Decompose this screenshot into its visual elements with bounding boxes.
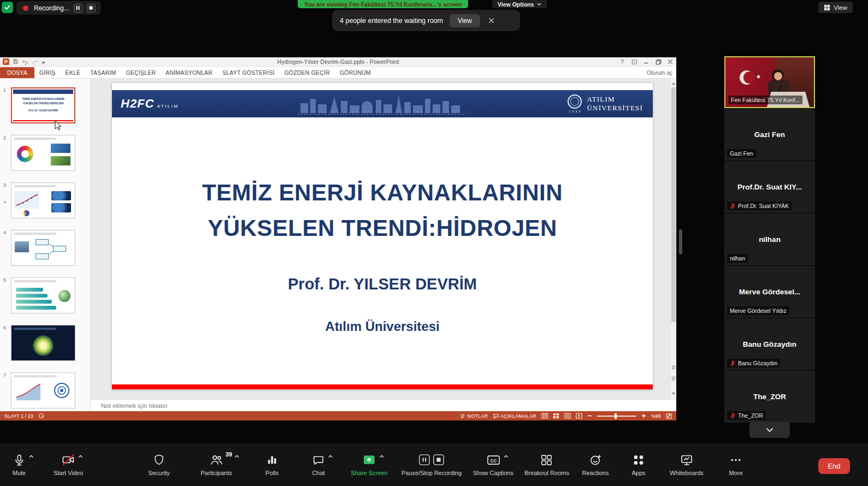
pause-recording-icon[interactable] [74,4,82,13]
video-tile-participant[interactable]: Merve Gördesel... Merve Gördesel Yıldız [724,266,815,318]
tab-giris[interactable]: GİRİŞ [34,67,61,78]
slide-thumbnail-5[interactable] [11,277,75,313]
slide-number: 1 [3,87,6,93]
video-tile-participant[interactable]: nilhan nilhan [724,214,815,265]
view-layout-button[interactable]: View [818,2,853,13]
tab-gecisler[interactable]: GEÇİŞLER [121,67,161,78]
notes-toggle-button[interactable]: NOTLAR [460,413,488,419]
slide-sorter-view-icon[interactable] [553,413,559,419]
slide-affiliation[interactable]: Atılım Üniversitesi [112,319,653,334]
slide-title[interactable]: TEMİZ ENERJİ KAYNAKLARININ YÜKSELEN TREN… [112,175,653,246]
reading-view-icon[interactable] [564,413,571,419]
whiteboards-button[interactable]: Whiteboards [670,453,704,476]
slide-thumbnail-4[interactable] [11,230,75,266]
pause-stop-recording-button[interactable]: Pause/Stop Recording [401,453,462,476]
video-tile-participant[interactable]: The_ZOR The_ZOR [724,371,815,423]
tab-tasarim[interactable]: TASARIM [85,67,121,78]
normal-view-icon[interactable] [541,413,548,419]
help-icon[interactable]: ? [616,57,628,66]
video-tile-participant[interactable]: Gazi Fen Gazi Fen [724,109,815,161]
shared-screen-scrollbar[interactable] [679,229,682,254]
slide-thumbnail-3[interactable] [11,182,75,218]
pause-recording-icon [418,454,430,466]
show-captions-button[interactable]: CC Show Captions [473,453,513,476]
participants-button[interactable]: 39 Participants [200,453,232,476]
zoom-out-icon[interactable] [587,413,592,418]
muted-mic-icon [730,203,736,209]
scroll-up-icon[interactable] [670,80,677,87]
reactions-button[interactable]: Reactions [582,453,609,476]
view-options-button[interactable]: View Options [492,0,547,8]
restore-icon[interactable] [652,57,664,66]
video-tile-participant[interactable]: Prof.Dr. Suat KIY... Prof.Dr. Suat KIYAK [724,161,815,213]
sign-in-link[interactable]: Oturum aç [647,67,672,79]
start-video-button[interactable]: Start Video [54,453,83,476]
chevron-up-icon[interactable] [29,454,34,458]
slide-header-band: H2FC ATILIM [112,90,653,117]
more-button[interactable]: More [729,453,742,476]
chat-icon [312,454,325,466]
scrollbar-thumb[interactable] [671,87,676,322]
slide-thumbnail-6[interactable] [11,325,75,361]
video-tile-speaker[interactable]: Fen Fakültesi 75.Yıl Konf... [724,56,815,108]
tab-gozden-gecir[interactable]: GÖZDEN GEÇİR [279,67,335,78]
slide-scrollbar[interactable] [670,79,676,399]
next-slide-icon[interactable] [670,375,677,382]
security-button[interactable]: Security [148,453,170,476]
stop-recording-icon[interactable] [87,4,96,13]
chevron-up-icon[interactable] [78,454,83,458]
ppt-status-bar: SLAYT 1 / 23 NOTLAR AÇIKLAMALAR %96 [0,411,676,420]
collapse-strip-button[interactable] [749,422,790,438]
scroll-down-icon[interactable] [670,390,677,397]
tab-dosya[interactable]: DOSYA [0,67,34,78]
end-meeting-button[interactable]: End [818,458,850,474]
chevron-up-icon[interactable] [234,454,239,458]
mute-button[interactable]: Mute [13,453,26,476]
toast-view-button[interactable]: View [450,14,480,27]
tab-gorunum[interactable]: GÖRÜNÜM [335,67,376,78]
slide-1[interactable]: H2FC ATILIM [111,82,653,390]
zoom-in-icon[interactable] [641,413,646,418]
polls-button[interactable]: Polls [265,453,279,476]
security-shield-icon[interactable] [2,2,13,13]
apps-button[interactable]: Apps [631,453,645,476]
chevron-up-icon[interactable] [504,454,509,458]
fit-to-window-icon[interactable] [666,413,672,419]
slide-canvas[interactable]: H2FC ATILIM [91,79,676,399]
tab-animasyonlar[interactable]: ANİMASYONLAR [161,67,217,78]
close-icon[interactable] [664,57,676,66]
thumbnail-row-3: 3 [0,182,91,218]
redo-icon[interactable] [32,57,38,67]
zoom-slider[interactable] [597,416,636,417]
slide-thumbnail-2[interactable] [11,135,75,171]
slide-presenter[interactable]: Prof. Dr. YILSER DEVRİM [112,275,653,293]
save-icon[interactable] [13,57,19,67]
video-tile-participant[interactable]: Banu Gözaydın Banu Gözaydın [724,318,815,370]
share-screen-icon [362,453,376,467]
powerpoint-window: P Hydrogen-Yılser Devrim-Gazi.pptx - Pow… [0,57,676,420]
ribbon-display-options-icon[interactable] [628,57,640,66]
share-screen-button[interactable]: Share Screen [351,453,387,476]
notes-area[interactable]: Not eklemek için tıklatın [91,399,676,411]
h2fc-logo: H2FC ATILIM [121,97,179,111]
chat-button[interactable]: Chat [312,453,324,476]
previous-slide-icon[interactable] [670,364,677,371]
chevron-up-icon[interactable] [328,454,333,458]
slide-thumbnail-1[interactable]: TEMİZ ENERJİ KAYNAKLARININ YÜKSELEN TREN… [11,87,75,123]
spellcheck-icon[interactable] [39,413,45,419]
slide-thumbnail-panel[interactable]: 1 TEMİZ ENERJİ KAYNAKLARININ YÜKSELEN TR… [0,79,91,411]
toast-close-icon[interactable] [487,16,497,26]
tab-slayt-gosterisi[interactable]: SLAYT GÖSTERİSİ [217,67,279,78]
qat-dropdown-icon[interactable] [42,57,45,67]
minimize-icon[interactable] [640,57,652,66]
slideshow-view-icon[interactable] [576,413,582,419]
comments-toggle-button[interactable]: AÇIKLAMALAR [493,413,536,419]
waiting-room-toast: 4 people entered the waiting room View [332,10,520,31]
undo-icon[interactable] [22,57,28,67]
breakout-rooms-button[interactable]: Breakout Rooms [524,453,569,476]
zoom-slider-thumb[interactable] [615,413,617,419]
chevron-up-icon[interactable] [379,454,384,458]
slide-thumbnail-7[interactable] [11,372,75,408]
zoom-level[interactable]: %96 [651,413,661,419]
tab-ekle[interactable]: EKLE [61,67,86,78]
